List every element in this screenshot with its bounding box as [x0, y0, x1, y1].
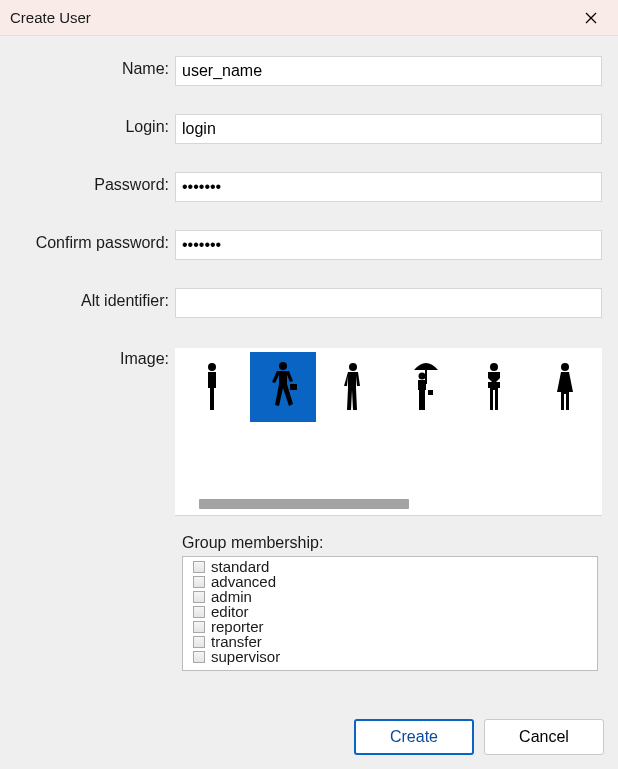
person-standing-icon [192, 360, 232, 414]
dialog-title: Create User [10, 9, 576, 26]
checkbox[interactable] [193, 606, 205, 618]
list-item-label: supervisor [211, 649, 280, 664]
close-icon [585, 12, 597, 24]
svg-point-5 [349, 363, 357, 371]
checkbox[interactable] [193, 636, 205, 648]
dialog-buttons: Create Cancel [354, 719, 604, 755]
person-briefcase-walking-icon [263, 360, 303, 414]
password-input[interactable] [175, 172, 602, 202]
list-item[interactable]: transfer [187, 634, 593, 649]
create-button[interactable]: Create [354, 719, 474, 755]
svg-point-10 [561, 363, 569, 371]
person-female-icon [545, 360, 585, 414]
checkbox[interactable] [193, 621, 205, 633]
svg-rect-4 [290, 384, 297, 390]
list-item-label: admin [211, 589, 252, 604]
name-label: Name: [10, 56, 175, 78]
image-option[interactable] [461, 352, 528, 422]
titlebar: Create User [0, 0, 618, 36]
dialog-content: Name: Login: Password: Confirm password:… [0, 36, 618, 681]
list-item[interactable]: editor [187, 604, 593, 619]
login-label: Login: [10, 114, 175, 136]
person-arms-crossed-icon [474, 360, 514, 414]
person-standing-alt-icon [333, 360, 373, 414]
image-scrollbar[interactable] [181, 499, 596, 509]
confirm-password-input[interactable] [175, 230, 602, 260]
login-input[interactable] [175, 114, 602, 144]
image-option[interactable] [532, 352, 599, 422]
checkbox[interactable] [193, 561, 205, 573]
list-item[interactable]: supervisor [187, 649, 593, 664]
confirm-password-label: Confirm password: [10, 230, 175, 252]
image-option[interactable] [179, 352, 246, 422]
image-thumb-strip [175, 348, 602, 434]
person-umbrella-icon [404, 360, 444, 414]
list-item[interactable]: standard [187, 559, 593, 574]
image-option[interactable] [250, 352, 317, 422]
list-item[interactable]: advanced [187, 574, 593, 589]
list-item-label: advanced [211, 574, 276, 589]
list-item-label: standard [211, 559, 269, 574]
checkbox[interactable] [193, 591, 205, 603]
list-item[interactable]: reporter [187, 619, 593, 634]
alt-identifier-label: Alt identifier: [10, 288, 175, 310]
svg-rect-8 [428, 390, 433, 395]
svg-point-7 [418, 373, 425, 380]
list-item-label: editor [211, 604, 249, 619]
password-label: Password: [10, 172, 175, 194]
checkbox[interactable] [193, 576, 205, 588]
list-item-label: transfer [211, 634, 262, 649]
cancel-button[interactable]: Cancel [484, 719, 604, 755]
group-membership-list[interactable]: standard advanced admin editor reporter … [182, 556, 598, 671]
image-option[interactable] [391, 352, 458, 422]
scrollbar-thumb[interactable] [199, 499, 409, 509]
image-label: Image: [10, 346, 175, 368]
image-picker [175, 346, 602, 516]
svg-point-9 [490, 363, 498, 371]
name-input[interactable] [175, 56, 602, 86]
image-option[interactable] [320, 352, 387, 422]
close-button[interactable] [576, 3, 606, 33]
list-item[interactable]: admin [187, 589, 593, 604]
alt-identifier-input[interactable] [175, 288, 602, 318]
svg-point-3 [279, 362, 287, 370]
list-item-label: reporter [211, 619, 264, 634]
checkbox[interactable] [193, 651, 205, 663]
group-membership-label: Group membership: [182, 534, 598, 552]
svg-point-2 [208, 363, 216, 371]
